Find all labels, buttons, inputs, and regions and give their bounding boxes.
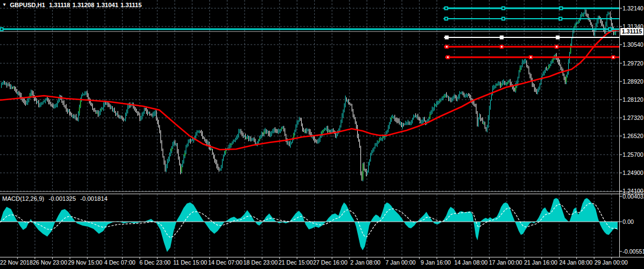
price-axis-label: 1.31340 [623,23,643,30]
chart-canvas[interactable] [0,0,644,269]
line-drag-handle [500,36,504,40]
ohlc-open: 1.31118 [49,2,70,8]
price-axis-label: 1.30540 [623,41,643,48]
time-axis-label: 17 Jan 00:00 [489,259,523,266]
time-axis-label: 29 Jan 00:00 [595,259,628,266]
ohlc-high: 1.31208 [73,2,95,8]
time-axis-label: 21 Jan 16:00 [524,259,558,266]
macd-area [0,198,618,252]
price-axis-label: 1.28920 [623,78,643,85]
resistance-line-3[interactable] [0,28,619,31]
line-drag-handle [556,36,560,40]
grid [0,0,619,256]
support-line-2[interactable] [445,56,619,59]
price-axis-label: 1.26520 [623,133,643,139]
symbol-name: GBPUSD,H1 [10,2,45,8]
time-axis-label: 7 Jan 00:00 [386,259,416,266]
line-drag-handle [445,36,449,40]
time-axis-label: 2 Jan 08:00 [351,259,381,266]
time-axis-label: 4 Dec 07:00 [104,259,136,266]
price-axis-label: 1.28120 [623,96,643,103]
indicator-axis-label: 0.004032 [623,193,644,200]
resistance-line-2[interactable] [443,17,619,21]
symbol-dropdown-icon[interactable]: ▼ [2,2,7,7]
time-axis-label: 14 Dec 07:00 [208,259,242,266]
indicator-value-main: -0.001325 [48,195,76,202]
indicator-axis-label: -0.005514 [623,248,644,255]
time-axis-label: 6 Dec 23:00 [140,259,171,266]
symbol-ohlc-label: ▼GBPUSD,H1 1.311181.312081.310411.31115 [2,2,144,8]
indicator-value-signal: -0.001814 [80,195,108,202]
chart-window: ▼GBPUSD,H1 1.311181.312081.310411.31115 … [0,0,644,269]
time-axis-label: 29 Nov 15:00 [68,259,102,266]
ohlc-low: 1.31041 [97,2,119,8]
indicator-label: MACD(12,26,9) -0.001325 -0.001814 [2,195,110,202]
candles [2,9,616,181]
price-axis-label: 1.32140 [623,5,643,12]
macd-indicator [0,198,619,252]
resistance-line-1[interactable] [443,7,619,10]
price-axis-label: 1.27320 [623,114,643,121]
indicator-name: MACD(12,26,9) [2,195,44,202]
time-axis-label: 27 Dec 16:00 [313,259,347,266]
time-axis-label: 24 Jan 08:00 [559,259,593,266]
price-axis-label: 1.25700 [623,151,643,158]
macd-signal-line [0,204,618,238]
ohlc-close: 1.31115 [120,2,142,8]
time-axis-label: 21 Dec 15:00 [279,259,313,266]
time-axis-label: 26 Nov 23:00 [33,259,67,266]
time-axis-label: 9 Jan 16:00 [421,259,451,266]
moving-average-line [0,30,619,150]
time-axis-label: 14 Jan 08:00 [454,259,488,266]
indicator-axis-label: 0.00 [623,218,634,225]
pivot-line-white[interactable] [444,36,619,40]
time-axis-label: 18 Dec 23:00 [243,259,277,266]
price-axis-label: 1.24900 [623,169,643,176]
time-axis-label: 22 Nov 2018 [0,259,33,266]
price-axis-label: 1.29720 [623,60,643,67]
time-axis-label: 11 Dec 15:00 [173,259,207,266]
